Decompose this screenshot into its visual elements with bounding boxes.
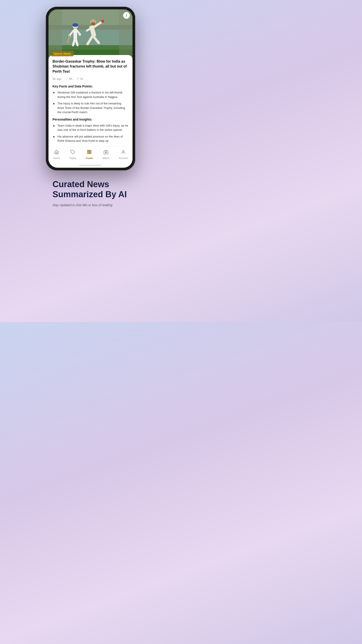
account-icon xyxy=(121,150,126,156)
heart-icon: ♡ xyxy=(65,77,68,81)
svg-point-19 xyxy=(101,20,104,23)
shares-count[interactable]: ↗ 31 xyxy=(76,77,83,81)
svg-rect-28 xyxy=(90,150,91,152)
nav-watch-label: Watch xyxy=(103,157,109,160)
nav-topics[interactable]: Topics xyxy=(67,149,79,160)
svg-rect-27 xyxy=(88,152,89,154)
diamond-icon: ✦ xyxy=(52,134,55,143)
share-icon: ↗ xyxy=(76,77,79,81)
home-indicator xyxy=(79,165,102,166)
nav-feeds-label: Feeds xyxy=(86,157,93,160)
subtitle-text: Stay Updated in One Min or less of readi… xyxy=(52,203,128,207)
section-heading-2: Personalities and Insights: xyxy=(52,118,128,121)
feeds-icon xyxy=(87,150,92,156)
home-icon xyxy=(54,150,59,156)
svg-point-32 xyxy=(122,150,124,152)
bullet-item: ✦ His absence will put added pressure on… xyxy=(52,134,128,143)
hero-image: ! Sports News xyxy=(48,10,132,58)
bullet-item: ✦ The injury is likely to rule him out o… xyxy=(52,101,128,114)
svg-point-6 xyxy=(72,23,78,27)
article-content: Border-Gavaskar Trophy: Blow for India a… xyxy=(48,55,132,143)
bullet-item: ✦ Team India is dealt a major blow with … xyxy=(52,124,128,132)
bottom-section: Curated News Summarized By AI Stay Updat… xyxy=(46,170,135,207)
bullet-list-1: ✦ Shubman Gill sustained a fracture in h… xyxy=(52,90,128,114)
bullet-item: ✦ Shubman Gill sustained a fracture in h… xyxy=(52,90,128,99)
watch-icon xyxy=(103,150,108,156)
nav-home-label: Home xyxy=(53,157,60,160)
phone-frame: ! Sports News Border-Gavaskar Trophy: Bl… xyxy=(46,7,135,170)
svg-rect-26 xyxy=(88,150,89,152)
article-title: Border-Gavaskar Trophy: Blow for India a… xyxy=(52,59,128,74)
nav-account[interactable]: Account xyxy=(116,149,130,160)
alert-button[interactable]: ! xyxy=(123,12,130,19)
phone-screen: ! Sports News Border-Gavaskar Trophy: Bl… xyxy=(48,10,132,168)
section-heading-1: Key Facts and Data Points: xyxy=(52,84,128,88)
diamond-icon: ✦ xyxy=(52,90,55,99)
diamond-icon: ✦ xyxy=(52,102,55,114)
svg-rect-29 xyxy=(90,152,91,154)
article-meta: 5h ago ♡ 65 ↗ 31 xyxy=(52,77,128,81)
svg-point-16 xyxy=(91,22,95,26)
likes-count[interactable]: ♡ 65 xyxy=(65,77,72,81)
phone-wrapper: ! Sports News Border-Gavaskar Trophy: Bl… xyxy=(46,7,135,170)
svg-marker-31 xyxy=(105,152,107,153)
nav-home[interactable]: Home xyxy=(50,149,62,160)
headline-text: Curated News Summarized By AI xyxy=(52,179,128,200)
category-badge: Sports News xyxy=(51,51,74,56)
bottom-navigation: Home Topics xyxy=(48,146,132,165)
nav-account-label: Account xyxy=(119,157,128,160)
nav-watch[interactable]: Watch xyxy=(100,149,112,160)
time-ago: 5h ago xyxy=(52,77,61,80)
nav-topics-label: Topics xyxy=(69,157,76,160)
diamond-icon: ✦ xyxy=(52,124,55,132)
topics-icon xyxy=(70,150,75,156)
nav-feeds[interactable]: Feeds xyxy=(83,149,96,160)
svg-point-11 xyxy=(78,33,81,36)
bullet-list-2: ✦ Team India is dealt a major blow with … xyxy=(52,124,128,143)
